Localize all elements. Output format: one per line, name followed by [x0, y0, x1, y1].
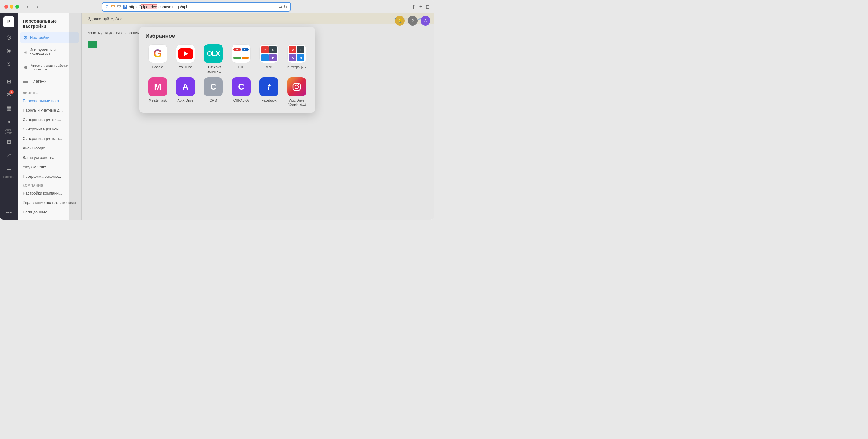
close-button[interactable] [4, 5, 8, 8]
fav-moi[interactable]: Y S I P Мои [257, 44, 281, 74]
olx-label: OLX: сайт частных... [203, 65, 224, 74]
sidebar-payments-icon[interactable]: ▬ [3, 163, 15, 175]
apix-letter: A [183, 82, 189, 92]
youtube-play-icon [184, 51, 188, 57]
fav-meister[interactable]: M MeisterTask [146, 77, 170, 107]
automation-icon: ☻ [7, 119, 11, 124]
sidebar-item-payments[interactable]: ▬ Платежи [3, 163, 15, 178]
instagram-icon [287, 77, 306, 96]
fav-facebook[interactable]: f Facebook [257, 77, 281, 107]
settings-tab-label: Настройки [30, 35, 50, 40]
payments-tab-label: Платежи [31, 79, 47, 83]
top-icon: O C I T [231, 44, 251, 63]
sidebar-item-deals[interactable]: $ [3, 58, 15, 70]
url-highlight: pipedrive [141, 4, 157, 9]
svg-point-1 [295, 85, 299, 89]
sidebar-feed-icon[interactable]: ◎ [3, 31, 15, 43]
favorites-overlay[interactable]: Избранное G Google [69, 13, 434, 220]
apix-label: ApiX-Drive [177, 98, 193, 102]
split-view-button[interactable]: ⊡ [426, 4, 430, 10]
favicon: P [123, 5, 127, 9]
meister-icon: M [148, 77, 167, 96]
apix-icon: A [176, 77, 195, 96]
deals-icon: $ [7, 61, 10, 67]
sidebar-logo[interactable]: P [3, 16, 14, 28]
minimize-button[interactable] [10, 5, 13, 8]
activity-icon: ◉ [6, 47, 11, 54]
fav-instagram[interactable]: Apix Drive (@apix_d...) [285, 77, 309, 107]
olx-icon: OLX [204, 44, 223, 63]
top-cell-4: T [242, 57, 249, 59]
maximize-button[interactable] [15, 5, 19, 8]
instagram-svg [291, 81, 302, 92]
crm-letter: C [210, 82, 216, 92]
fav-crm[interactable]: C CRM [201, 77, 225, 107]
browser-actions: ⬆ + ⊡ [412, 4, 430, 10]
google-icon: G [148, 44, 167, 63]
facebook-letter: f [268, 82, 271, 92]
sidebar-item-automation[interactable]: ☻ Авто-матиз. [3, 115, 15, 134]
top-cell-1: O [234, 48, 241, 50]
payments-tab-icon: ▬ [23, 78, 28, 84]
sidebar-mail-icon[interactable]: ✉ 4 [3, 89, 15, 101]
page-content: P ◎ ◉ $ ⊟ ✉ 4 ▦ [0, 13, 434, 220]
fav-spravka[interactable]: C СПРАВКА [229, 77, 253, 107]
spravka-icon: C [231, 77, 251, 96]
shield-icon-blue: 🛡 [105, 5, 109, 9]
fav-olx[interactable]: OLX OLX: сайт частных... [201, 44, 225, 74]
sidebar-item-contacts[interactable]: ⊟ [3, 75, 15, 88]
top-cell-3: I [234, 57, 241, 59]
sidebar-item-mail[interactable]: ✉ 4 [3, 89, 15, 101]
sidebar-more[interactable]: ••• [3, 206, 15, 218]
mail-badge: 4 [9, 90, 14, 94]
sidebar-item-calendar[interactable]: ▦ [3, 102, 15, 114]
moi-cell-2: S [269, 46, 277, 53]
automation-tab-icon: ☻ [23, 65, 28, 70]
sidebar-item-feeds[interactable]: ◎ [3, 31, 15, 43]
title-bar: ‹ › 🛡 🛡 🛡 P https://pipedrive.com/settin… [0, 0, 434, 13]
share-button[interactable]: ⬆ [412, 4, 416, 10]
sidebar-contacts-icon[interactable]: ⊟ [3, 75, 15, 88]
int-cell-1: D [289, 46, 296, 53]
favorites-row2: M MeisterTask A ApiX-Drive C [146, 77, 309, 107]
favorites-panel: Избранное G Google [140, 27, 315, 113]
sidebar-more-icon[interactable]: ••• [3, 206, 15, 218]
reports-icon: ⊞ [7, 138, 11, 145]
forward-button[interactable]: › [35, 4, 40, 9]
sidebar-calendar-icon[interactable]: ▦ [3, 102, 15, 114]
new-tab-button[interactable]: + [420, 4, 422, 9]
youtube-inner [178, 48, 193, 59]
top-cell-2: C [242, 48, 249, 50]
sidebar-activity-icon[interactable]: ◉ [3, 44, 15, 57]
moi-icon: Y S I P [259, 44, 278, 63]
sidebar-item-reports[interactable]: ⊞ [3, 136, 15, 148]
feed-icon: ◎ [6, 34, 11, 40]
crm-label: CRM [209, 98, 217, 102]
google-label: Google [152, 65, 163, 69]
int-cell-2: T [297, 46, 304, 53]
sidebar-reports-icon[interactable]: ⊞ [3, 136, 15, 148]
shield-icon-orange: 🛡 [111, 5, 115, 9]
instagram-label: Apix Drive (@apix_d...) [286, 98, 307, 107]
reload-icon[interactable]: ↻ [284, 5, 287, 9]
sidebar-automation-icon[interactable]: ☻ [3, 115, 15, 128]
moi-cell-4: P [269, 54, 277, 61]
back-button[interactable]: ‹ [25, 4, 30, 9]
fav-apix[interactable]: A ApiX-Drive [173, 77, 197, 107]
sidebar-item-activity[interactable]: ◉ [3, 44, 15, 57]
sidebar-automation-label: Авто-матиз. [5, 128, 13, 134]
sidebar-deals-icon[interactable]: $ [3, 58, 15, 70]
favorites-title: Избранное [146, 33, 309, 39]
fav-google[interactable]: G Google [146, 44, 170, 74]
nav-controls: ‹ › [25, 4, 40, 9]
address-bar[interactable]: 🛡 🛡 🛡 P https://pipedrive.com/settings/a… [102, 2, 291, 11]
fav-integrations[interactable]: D T A M Интеграци и [285, 44, 309, 74]
google-g: G [154, 47, 162, 60]
sidebar-item-analytics[interactable]: ↗ [3, 149, 15, 161]
sidebar-analytics-icon[interactable]: ↗ [3, 149, 15, 161]
settings-icon: ⚙ [23, 35, 28, 40]
favorites-row1: G Google YouTube [146, 44, 309, 74]
fav-top[interactable]: O C I T ТОП [229, 44, 253, 74]
fav-youtube[interactable]: YouTube [173, 44, 197, 74]
translate-icon[interactable]: ⇄ [279, 5, 282, 9]
